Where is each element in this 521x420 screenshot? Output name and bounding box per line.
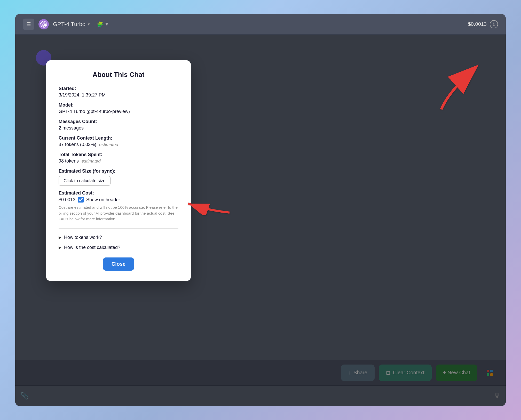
tokens-spent-estimated: estimated	[82, 159, 101, 164]
openai-svg	[40, 21, 47, 28]
messages-count-value: 2 messages	[59, 125, 178, 131]
model-section: Model: GPT-4 Turbo (gpt-4-turbo-preview)	[59, 102, 178, 114]
model-name-label: GPT-4 Turbo	[53, 21, 85, 28]
started-section: Started: 3/19/2024, 1:39:27 PM	[59, 86, 178, 98]
faq2-label: How is the cost calculated?	[64, 245, 120, 250]
plugin-button[interactable]: 🧩 ▼	[97, 21, 109, 27]
info-icon: ℹ	[493, 22, 495, 27]
context-length-section: Current Context Length: 37 tokens (0.03%…	[59, 135, 178, 147]
model-value: GPT-4 Turbo (gpt-4-turbo-preview)	[59, 109, 178, 114]
header-right: $0.0013 ℹ	[468, 20, 498, 28]
modal-divider	[59, 228, 178, 229]
main-content: ↑ Share ⊡ Clear Context + New Chat	[15, 35, 506, 406]
sync-size-label: Estimated Size (for sync):	[59, 168, 178, 174]
openai-logo	[38, 19, 49, 29]
tokens-spent-section: Total Tokens Spent: 98 tokens estimated	[59, 152, 178, 164]
estimated-cost-label: Estimated Cost:	[59, 190, 178, 196]
faq2-item[interactable]: ▶ How is the cost calculated?	[59, 245, 178, 250]
show-on-header-checkbox[interactable]	[78, 197, 84, 203]
started-label: Started:	[59, 86, 178, 91]
context-length-text: 37 tokens (0.03%)	[59, 142, 96, 147]
app-window: ☰ GPT-4 Turbo ▼ 🧩 ▼ $0.0013 ℹ	[15, 14, 506, 406]
cost-value: $0.0013	[59, 197, 75, 203]
model-chevron-icon: ▼	[87, 22, 91, 26]
cost-display: $0.0013	[468, 21, 487, 27]
messages-count-label: Messages Count:	[59, 119, 178, 124]
show-on-header-label: Show on header	[86, 197, 120, 203]
tokens-spent-text: 98 tokens	[59, 158, 79, 164]
tokens-spent-label: Total Tokens Spent:	[59, 152, 178, 157]
cost-row: $0.0013 Show on header	[59, 197, 178, 203]
modal-title: About This Chat	[59, 71, 178, 79]
sidebar-icon: ☰	[26, 21, 31, 27]
arrow-to-checkbox	[180, 195, 232, 216]
faq1-label: How tokens work?	[64, 235, 102, 240]
sync-size-section: Estimated Size (for sync): Click to calc…	[59, 168, 178, 186]
header: ☰ GPT-4 Turbo ▼ 🧩 ▼ $0.0013 ℹ	[15, 14, 506, 35]
tokens-spent-value: 98 tokens estimated	[59, 158, 178, 164]
info-button[interactable]: ℹ	[490, 20, 498, 28]
red-arrow-checkbox-svg	[180, 195, 232, 215]
started-value: 3/19/2024, 1:39:27 PM	[59, 92, 178, 98]
puzzle-icon: 🧩	[97, 21, 103, 27]
model-selector[interactable]: GPT-4 Turbo ▼	[53, 21, 91, 28]
faq2-arrow-icon: ▶	[59, 245, 61, 249]
plugin-chevron-icon: ▼	[104, 21, 109, 27]
about-chat-modal: About This Chat Started: 3/19/2024, 1:39…	[46, 60, 191, 281]
context-length-value: 37 tokens (0.03%) estimated	[59, 142, 178, 147]
sidebar-toggle-button[interactable]: ☰	[23, 19, 34, 30]
faq1-arrow-icon: ▶	[59, 235, 61, 239]
model-label: Model:	[59, 102, 178, 108]
cost-section: Estimated Cost: $0.0013 Show on header C…	[59, 190, 178, 222]
faq1-item[interactable]: ▶ How tokens work?	[59, 235, 178, 240]
cost-note: Cost are estimated and will not be 100% …	[59, 205, 178, 222]
modal-overlay: About This Chat Started: 3/19/2024, 1:39…	[15, 35, 506, 406]
close-button[interactable]: Close	[103, 257, 134, 271]
context-length-label: Current Context Length:	[59, 135, 178, 141]
calculate-size-button[interactable]: Click to calculate size	[59, 176, 110, 186]
context-length-estimated: estimated	[99, 142, 118, 147]
messages-count-section: Messages Count: 2 messages	[59, 119, 178, 131]
